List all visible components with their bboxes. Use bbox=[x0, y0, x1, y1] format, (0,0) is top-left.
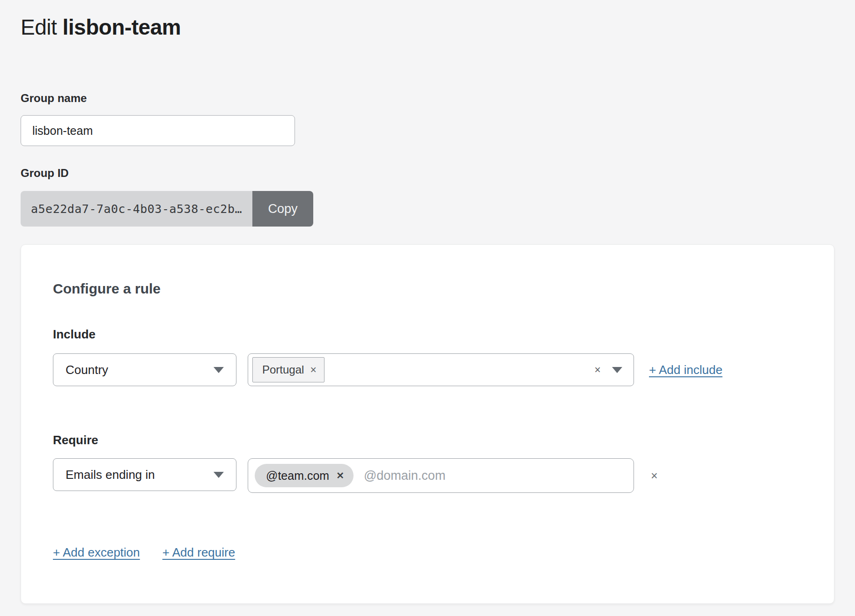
include-label: Include bbox=[53, 327, 802, 341]
require-label: Require bbox=[53, 433, 802, 447]
page-title-group-name: lisbon-team bbox=[63, 15, 181, 39]
include-tag-label: Portugal bbox=[262, 363, 304, 376]
group-name-label: Group name bbox=[21, 92, 834, 105]
add-require-link[interactable]: + Add require bbox=[162, 545, 235, 560]
include-value-tag: Portugal × bbox=[252, 357, 324, 382]
require-tag-label: @team.com bbox=[266, 469, 329, 483]
page-title-prefix: Edit bbox=[21, 15, 63, 39]
rule-card: Configure a rule Include Country Portuga… bbox=[21, 244, 834, 604]
chevron-down-icon bbox=[214, 367, 224, 373]
chevron-down-icon bbox=[214, 472, 224, 478]
require-values-field[interactable]: @team.com ✕ bbox=[248, 458, 634, 493]
include-values-multiselect[interactable]: Portugal × × bbox=[248, 353, 634, 386]
require-type-select[interactable]: Emails ending in bbox=[53, 458, 236, 491]
remove-tag-icon[interactable]: × bbox=[310, 365, 316, 375]
require-value-input[interactable] bbox=[364, 469, 626, 483]
group-id-bar: a5e22da7-7a0c-4b03-a538-ec2b… Copy bbox=[21, 191, 313, 227]
copy-button[interactable]: Copy bbox=[252, 191, 313, 227]
clear-selection-icon[interactable]: × bbox=[595, 365, 601, 375]
group-id-value: a5e22da7-7a0c-4b03-a538-ec2b… bbox=[21, 191, 252, 227]
add-include-link[interactable]: + Add include bbox=[649, 363, 722, 377]
remove-rule-icon[interactable]: × bbox=[651, 469, 658, 483]
chevron-down-icon[interactable] bbox=[612, 367, 622, 373]
require-rule-row: Emails ending in @team.com ✕ × bbox=[53, 458, 802, 493]
require-value-tag: @team.com ✕ bbox=[255, 464, 354, 487]
require-type-selected-value: Emails ending in bbox=[66, 468, 155, 482]
multiselect-controls: × bbox=[595, 365, 622, 375]
add-exception-link[interactable]: + Add exception bbox=[53, 545, 140, 560]
include-type-select[interactable]: Country bbox=[53, 353, 236, 386]
group-id-label: Group ID bbox=[21, 167, 834, 180]
rule-card-heading: Configure a rule bbox=[53, 280, 802, 297]
page-title: Edit lisbon-team bbox=[21, 13, 834, 41]
group-name-input[interactable] bbox=[21, 115, 295, 146]
remove-tag-icon[interactable]: ✕ bbox=[336, 470, 344, 481]
page: Edit lisbon-team Group name Group ID a5e… bbox=[0, 13, 855, 604]
include-type-selected-value: Country bbox=[66, 363, 108, 377]
rule-footer-links: + Add exception + Add require bbox=[53, 545, 802, 560]
include-rule-row: Country Portugal × × + Add include bbox=[53, 353, 802, 386]
